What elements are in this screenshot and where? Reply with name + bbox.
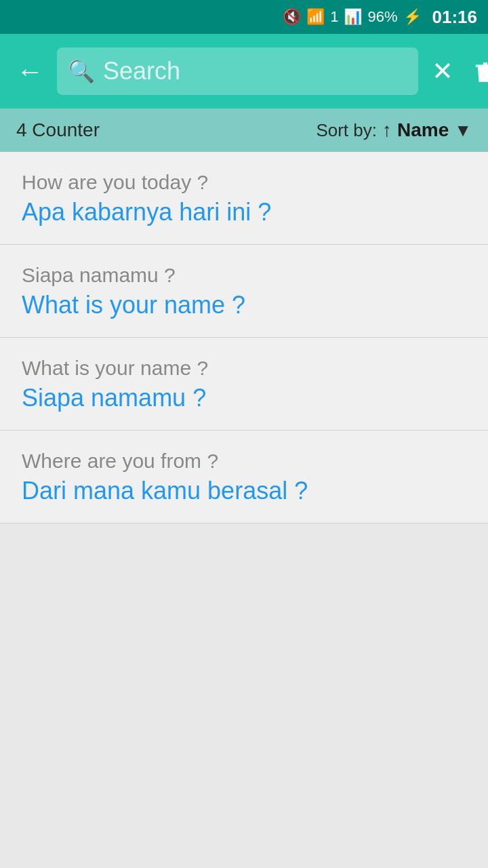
sort-arrow-icon: ↑ [382,119,392,141]
list-item[interactable]: How are you today ?Apa kabarnya hari ini… [0,152,488,245]
status-time: 01:16 [432,7,478,28]
list-item[interactable]: Siapa namamu ?What is your name ? [0,245,488,338]
delete-button[interactable] [467,53,488,90]
wifi-icon: 📶 [306,8,325,26]
search-icon: 🔍 [68,58,95,84]
back-button[interactable]: ← [11,51,49,92]
search-box: 🔍 [57,47,418,95]
trash-icon [472,58,488,84]
item-secondary-text: Dari mana kamu berasal ? [22,477,466,505]
status-icons: 🔇 📶 1 📊 96% ⚡ 01:16 [283,7,477,28]
item-primary-text: How are you today ? [22,171,466,194]
item-primary-text: What is your name ? [22,357,466,380]
battery-label: 96% [367,8,397,26]
mute-icon: 🔇 [283,8,301,26]
sim-icon: 1 [330,8,338,26]
item-secondary-text: What is your name ? [22,291,466,319]
app-bar: ← 🔍 ✕ [0,34,488,108]
item-secondary-text: Siapa namamu ? [22,384,466,412]
signal-icon: 📊 [344,8,362,26]
back-icon: ← [16,56,43,87]
sort-section: Sort by: ↑ Name ▼ [316,119,472,141]
list-container: How are you today ?Apa kabarnya hari ini… [0,152,488,524]
list-item[interactable]: Where are you from ?Dari mana kamu beras… [0,431,488,524]
item-primary-text: Where are you from ? [22,450,466,473]
search-input[interactable] [103,57,407,85]
list-item[interactable]: What is your name ?Siapa namamu ? [0,338,488,431]
battery-icon: ⚡ [403,8,422,26]
clear-button[interactable]: ✕ [426,51,459,92]
sort-name-label: Name [397,119,449,141]
sort-dropdown-button[interactable]: ▼ [454,120,472,141]
sub-header: 4 Counter Sort by: ↑ Name ▼ [0,108,488,152]
item-secondary-text: Apa kabarnya hari ini ? [22,198,466,226]
item-primary-text: Siapa namamu ? [22,264,466,287]
status-bar: 🔇 📶 1 📊 96% ⚡ 01:16 [0,0,488,34]
sort-by-label: Sort by: [316,120,377,141]
clear-icon: ✕ [432,56,453,86]
counter-label: 4 Counter [16,119,316,141]
